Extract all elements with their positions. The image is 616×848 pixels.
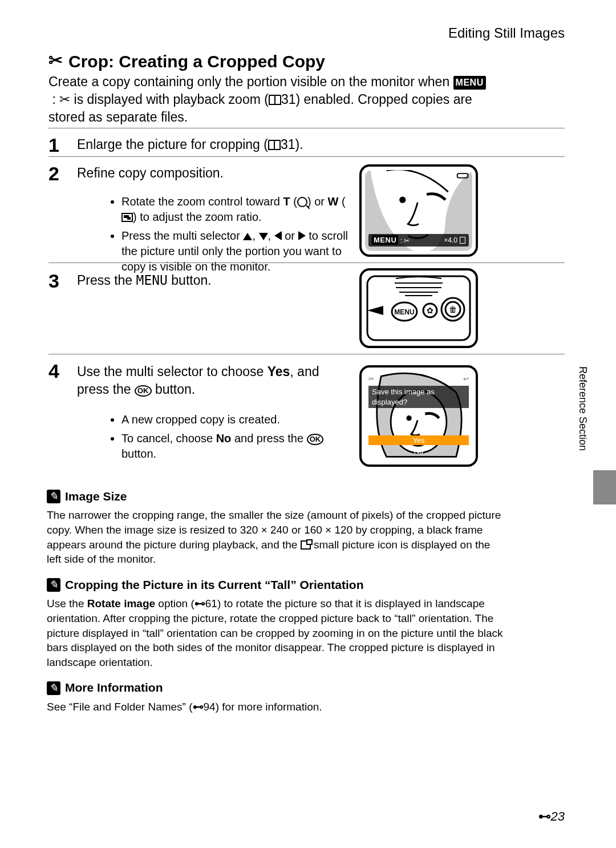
delete-button-icon: 🗑	[441, 298, 464, 321]
menu-button-icon: MENU	[392, 302, 417, 321]
note-heading-more-info: ✎ More Information	[47, 680, 503, 696]
link-icon: ⊷	[538, 809, 551, 823]
ok-button-icon: OK	[135, 385, 152, 397]
svg-text:MENU: MENU	[394, 308, 414, 316]
zoom-in-icon	[297, 197, 307, 207]
step-4-bullets: A new cropped copy is created. To cancel…	[88, 412, 351, 465]
page-title: ✂ Crop: Creating a Cropped Copy	[48, 50, 325, 74]
choice-no[interactable]: No	[368, 446, 469, 457]
step-number-3: 3	[48, 268, 59, 294]
book-icon	[268, 140, 281, 150]
link-icon: ⊷	[194, 596, 205, 611]
page-title-text: Crop: Creating a Cropped Copy	[68, 50, 325, 74]
save-prompt-text: Save this image as displayed?	[368, 386, 469, 408]
press-arrow-icon	[367, 306, 383, 315]
figure-save-prompt: ✂ ↩ Save this image as displayed? Yes No	[359, 365, 478, 467]
crop-icon: ✂	[48, 52, 63, 69]
side-tab-marker	[593, 470, 616, 504]
step-number-4: 4	[48, 358, 59, 385]
choice-yes[interactable]: Yes	[368, 435, 469, 446]
left-arrow-icon	[274, 231, 282, 240]
menu-badge-icon: MENU	[372, 235, 398, 245]
page-footer: ⊷23	[538, 808, 565, 825]
intro-paragraph: Create a copy containing only the portio…	[48, 73, 505, 126]
side-tab-label: Reference Section	[576, 366, 590, 451]
section-header: Editing Still Images	[448, 24, 565, 42]
page-number: 23	[551, 809, 565, 823]
thumbnail-icon	[121, 213, 133, 222]
down-arrow-icon	[259, 233, 268, 240]
step-number-2: 2	[48, 161, 59, 187]
side-tab: Reference Section	[576, 366, 593, 492]
note-icon: ✎	[47, 681, 60, 695]
divider	[48, 354, 565, 354]
right-arrow-icon	[298, 231, 306, 240]
svg-text:🗑: 🗑	[449, 305, 457, 314]
ok-button-icon: OK	[307, 434, 324, 445]
divider	[48, 263, 565, 263]
up-arrow-icon	[243, 233, 252, 240]
note-body-more-info: See “File and Folder Names” (⊷94) for mo…	[47, 700, 503, 714]
step-number-1: 1	[48, 132, 59, 159]
note-icon: ✎	[47, 578, 60, 592]
step-2: Refine copy composition.	[77, 164, 328, 182]
zoom-bar-icon	[460, 237, 465, 244]
note-heading-image-size: ✎ Image Size	[47, 488, 503, 504]
svg-point-1	[399, 197, 406, 203]
menu-badge-icon: MENU	[453, 76, 486, 90]
scissors-icon: ✂	[59, 92, 70, 107]
figure-zoomed-face: MENU : ✂ ×4.0	[359, 164, 478, 257]
step-1: Enlarge the picture for cropping (31).	[77, 136, 476, 154]
svg-text:✿: ✿	[427, 306, 433, 315]
note-icon: ✎	[47, 490, 60, 503]
svg-point-13	[406, 415, 411, 421]
note-heading-tall-orientation: ✎ Cropping the Picture in its Current “T…	[47, 577, 503, 593]
link-icon: ⊷	[193, 700, 204, 714]
scissors-icon: ✂	[368, 374, 374, 385]
zoom-status-bar: MENU : ✂ ×4.0	[368, 234, 469, 247]
divider	[48, 156, 565, 157]
book-icon	[269, 95, 281, 105]
divider	[48, 128, 565, 128]
note-body-tall-orientation: Use the Rotate image option (⊷61) to rot…	[47, 596, 503, 669]
step-3: Press the MENU button.	[77, 272, 328, 289]
step-4: Use the multi selector to choose Yes, an…	[77, 363, 351, 398]
step-2-bullets: Rotate the zoom control toward T () or W…	[88, 194, 351, 278]
zoom-value: ×4.0	[444, 236, 457, 245]
flower-button-icon: ✿	[423, 304, 437, 317]
scissors-icon: ✂	[404, 237, 410, 245]
back-icon: ↩	[463, 374, 469, 385]
small-picture-icon	[301, 540, 311, 550]
figure-camera-back: MENU ✿ 🗑	[359, 268, 478, 348]
note-body-image-size: The narrower the cropping range, the sma…	[47, 508, 503, 567]
